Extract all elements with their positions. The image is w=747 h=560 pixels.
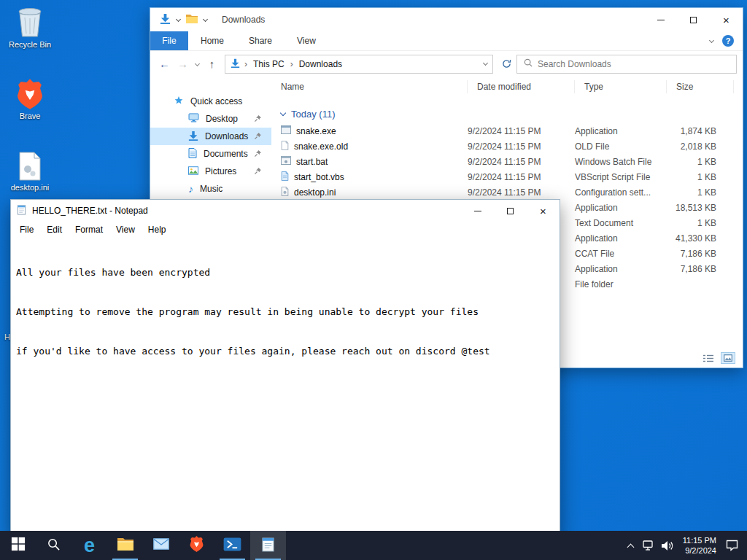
menu-view[interactable]: View [109,223,142,236]
close-button[interactable]: × [527,200,560,222]
downloads-folder-icon[interactable] [160,13,171,26]
column-header-date-modified[interactable]: Date modified [468,80,575,93]
brave-icon [190,536,204,555]
refresh-icon[interactable] [498,59,515,69]
volume-icon[interactable] [658,531,676,560]
search-box[interactable] [516,55,737,74]
action-center-icon[interactable] [723,531,741,560]
recent-locations-chevron-icon[interactable] [195,61,200,66]
taskbar-edge-button[interactable]: e [71,531,107,560]
taskbar-notepad-button[interactable] [250,531,286,560]
up-button[interactable]: ↑ [204,58,220,70]
folder-icon[interactable] [186,14,198,26]
clock-date: 9/2/2024 [685,545,716,556]
taskbar: e 11:15 PM [0,531,747,560]
taskbar-powershell-button[interactable] [214,531,250,560]
qat-customize-chevron-icon[interactable] [203,16,208,21]
file-type: CCAT File [575,249,667,259]
file-type: Application [575,126,667,136]
location-icon [231,58,240,70]
pin-icon [254,149,262,160]
document-icon [188,148,197,160]
tab-view[interactable]: View [285,31,328,50]
close-button[interactable]: × [710,8,743,31]
window-title: HELLO_THERE.txt - Notepad [32,206,148,216]
taskbar-brave-button[interactable] [179,531,214,560]
menu-file[interactable]: File [13,223,40,236]
desktop-icon-desktop-ini[interactable]: desktop.ini [1,149,58,192]
recycle-bin-icon [18,6,42,38]
menu-format[interactable]: Format [69,223,109,236]
group-header-today[interactable]: Today (11) [271,104,743,123]
sidebar-item-quick-access[interactable]: Quick access [150,93,271,110]
menu-help[interactable]: Help [142,223,173,236]
forward-button[interactable]: → [174,58,191,70]
desktop-icon-label-partial[interactable]: H [4,332,10,341]
tab-share[interactable]: Share [236,31,285,50]
collapse-chevron-icon [280,109,286,115]
column-header-size[interactable]: Size [667,80,734,93]
file-row[interactable]: start.bat 9/2/2024 11:15 PM Windows Batc… [271,154,743,169]
taskbar-search-button[interactable] [36,531,71,560]
maximize-button[interactable] [494,200,527,222]
desktop-icon-recycle-bin[interactable]: Recycle Bin [1,6,58,49]
notepad-text-area[interactable]: All your files have been encrypted Attem… [11,238,560,537]
sidebar-item-documents[interactable]: Documents [150,145,271,163]
text-line: Attempting to remove the program may res… [16,306,554,319]
sidebar-item-label: Quick access [190,96,242,106]
file-row[interactable]: snake.exe 9/2/2024 11:15 PM Application … [271,123,743,139]
address-dropdown-chevron-icon[interactable] [483,61,488,66]
explorer-titlebar[interactable]: Downloads × [150,8,743,31]
file-type: OLD File [575,141,667,152]
file-row[interactable]: start_bot.vbs 9/2/2024 11:15 PM VBScript… [271,169,743,184]
sidebar-item-downloads[interactable]: Downloads [150,128,271,145]
sidebar-item-desktop[interactable]: Desktop [150,110,271,128]
thumbnail-view-icon[interactable] [721,352,735,364]
pin-icon [254,114,262,125]
sidebar-item-music[interactable]: ♪ Music [150,180,271,198]
file-row[interactable]: desktop.ini 9/2/2024 11:15 PM Configurat… [271,184,743,200]
mail-icon [153,538,169,553]
back-button[interactable]: ← [156,58,173,70]
system-tray: 11:15 PM 9/2/2024 [622,531,747,560]
minimize-button[interactable] [644,8,677,31]
file-name: desktop.ini [294,187,336,198]
file-row[interactable]: snake.exe.old 9/2/2024 11:15 PM OLD File… [271,139,743,154]
tab-file[interactable]: File [150,31,188,50]
text-line: if you'd like to have access to your fil… [16,345,554,358]
search-input[interactable] [538,59,729,69]
column-header-name[interactable]: Name [271,80,468,93]
qat-chevron-down-icon[interactable] [176,16,181,21]
maximize-button[interactable] [677,8,710,31]
minimize-button[interactable] [461,200,494,222]
group-label: Today (11) [291,109,335,120]
network-icon[interactable] [640,531,658,560]
notepad-titlebar[interactable]: HELLO_THERE.txt - Notepad × [11,200,560,222]
notepad-icon [17,204,27,218]
help-icon[interactable]: ? [722,35,734,47]
search-icon [524,58,533,69]
exe-file-icon [281,125,291,136]
ribbon-expand-chevron-icon[interactable] [709,37,714,42]
start-button[interactable] [0,531,36,560]
breadcrumb-downloads[interactable]: Downloads [298,59,344,69]
window-controls: × [644,8,743,31]
details-view-icon[interactable] [701,352,716,364]
column-header-type[interactable]: Type [575,80,667,93]
desktop-icon-brave[interactable]: Brave [1,77,58,120]
file-date: 9/2/2024 11:15 PM [468,126,575,136]
show-hidden-icons-button[interactable] [622,531,640,560]
brave-icon [17,77,43,109]
taskbar-clock[interactable]: 11:15 PM 9/2/2024 [676,535,723,556]
file-name: start_bot.vbs [294,172,344,182]
breadcrumb-this-pc[interactable]: This PC [252,59,286,69]
taskbar-mail-button[interactable] [143,531,179,560]
sidebar-item-label: Desktop [206,114,238,124]
address-breadcrumb[interactable]: › This PC › Downloads [225,55,493,74]
menu-edit[interactable]: Edit [40,223,69,236]
tab-home[interactable]: Home [188,31,236,50]
taskbar-file-explorer-button[interactable] [107,531,143,560]
file-size: 1 KB [667,172,734,182]
sidebar-item-pictures[interactable]: Pictures [150,163,271,180]
clock-time: 11:15 PM [683,535,716,545]
